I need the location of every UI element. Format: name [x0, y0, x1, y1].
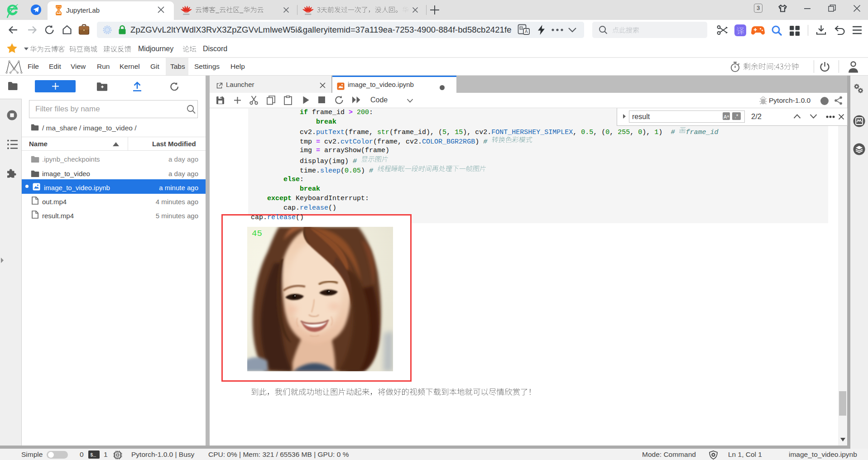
svg-text:A: A [525, 29, 528, 34]
svg-text:45: 45 [252, 229, 262, 239]
